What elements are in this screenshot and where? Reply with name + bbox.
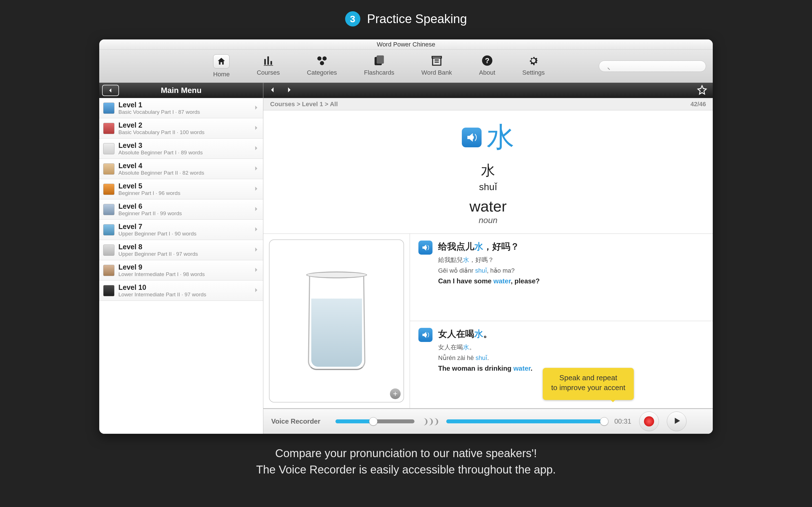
sidebar-item-level-5[interactable]: Level 5Beginner Part I · 96 words [99, 179, 263, 200]
card-counter: 42/46 [691, 101, 706, 108]
svg-text:?: ? [485, 57, 490, 64]
water-glass-illustration [308, 273, 365, 369]
footer-line1: Compare your pronunciation to our native… [0, 445, 812, 461]
sentence-english: The woman is drinking water. [438, 364, 532, 372]
chevron-right-icon [253, 125, 259, 132]
sidebar-item-level-4[interactable]: Level 4Absolute Beginner Part II · 82 wo… [99, 159, 263, 179]
app-window: Word Power Chinese Home Courses Categori… [99, 40, 713, 434]
level-name: Level 8 [118, 243, 249, 251]
sidebar-item-level-7[interactable]: Level 7Upper Beginner Part I · 90 words [99, 220, 263, 240]
footer-caption: Compare your pronunciation to our native… [0, 445, 812, 478]
main-panel: Courses > Level 1 > All 42/46 水 水 shuǐ w… [263, 83, 713, 434]
level-subtitle: Lower Intermediate Part I · 98 words [118, 271, 249, 277]
courses-label: Courses [257, 69, 280, 76]
record-icon [644, 416, 654, 427]
sentence-pinyin: Nǚrén zài hē shuǐ. [438, 354, 532, 362]
callout-line1: Speak and repeat [551, 373, 625, 383]
gear-icon [527, 54, 540, 67]
sidebar-item-level-3[interactable]: Level 3Absolute Beginner Part I · 89 wor… [99, 138, 263, 159]
question-icon: ? [481, 54, 493, 67]
courses-button[interactable]: Courses [257, 54, 280, 78]
image-frame: + [269, 239, 404, 402]
back-button[interactable] [102, 85, 119, 96]
sidebar-item-level-8[interactable]: Level 8Upper Beginner Part II · 97 words [99, 240, 263, 260]
about-label: About [479, 69, 495, 76]
word-native: 水 [263, 161, 713, 180]
level-name: Level 7 [118, 223, 249, 231]
chevron-right-icon [253, 105, 259, 112]
sidebar-title: Main Menu [99, 86, 263, 95]
sentence-pinyin: Gěi wǒ diǎnr shuǐ, hǎo ma? [438, 267, 540, 274]
level-thumb [103, 224, 114, 235]
level-subtitle: Absolute Beginner Part I · 89 words [118, 150, 249, 156]
level-name: Level 9 [118, 263, 249, 271]
level-list[interactable]: Level 1Basic Vocabulary Part I · 87 word… [99, 98, 263, 434]
home-label: Home [213, 71, 230, 78]
play-word-audio-button[interactable] [462, 128, 481, 147]
prev-card-button[interactable] [269, 86, 276, 95]
play-icon [672, 416, 681, 427]
image-panel: + [263, 234, 410, 408]
word-part-of-speech: noun [263, 216, 713, 225]
sidebar-item-level-9[interactable]: Level 9Lower Intermediate Part I · 98 wo… [99, 260, 263, 281]
svg-point-0 [317, 56, 321, 61]
level-thumb [103, 103, 114, 114]
sentence-simplified: 女人在喝水。 [438, 328, 532, 340]
card-navbar [263, 83, 713, 98]
play-sentence-audio-button[interactable] [418, 328, 433, 342]
level-subtitle: Upper Beginner Part II · 97 words [118, 251, 249, 257]
level-thumb [103, 143, 114, 154]
level-thumb [103, 123, 114, 134]
favorite-button[interactable] [697, 85, 707, 96]
tip-callout: Speak and repeat to improve your accent [543, 368, 634, 400]
word-english: water [263, 198, 713, 215]
svg-rect-4 [377, 55, 384, 63]
categories-label: Categories [307, 69, 337, 76]
level-subtitle: Basic Vocabulary Part II · 100 words [118, 129, 249, 135]
sentence-traditional: 女人在喝水。 [438, 343, 532, 351]
sidebar-item-level-6[interactable]: Level 6Beginner Part II · 99 words [99, 200, 263, 220]
page-banner: 3 Practice Speaking [0, 0, 812, 26]
zoom-image-button[interactable]: + [390, 388, 401, 399]
level-name: Level 10 [118, 283, 249, 291]
wordbank-button[interactable]: Word Bank [421, 54, 452, 78]
search-input[interactable] [599, 61, 706, 72]
level-name: Level 6 [118, 202, 249, 210]
level-name: Level 1 [118, 101, 249, 109]
sentence-simplified: 给我点儿水，好吗？ [438, 240, 540, 253]
banner-title: Practice Speaking [367, 12, 467, 26]
play-recording-button[interactable] [667, 411, 687, 431]
chevron-right-icon [253, 287, 259, 294]
sidebar-item-level-2[interactable]: Level 2Basic Vocabulary Part II · 100 wo… [99, 118, 263, 138]
native-audio-track[interactable] [446, 419, 604, 424]
categories-button[interactable]: Categories [307, 54, 337, 78]
voice-recorder-label: Voice Recorder [271, 417, 327, 425]
flashcards-button[interactable]: Flashcards [364, 54, 395, 78]
recorder-time: 00:31 [614, 417, 631, 425]
search-wrap [599, 61, 706, 72]
window-title: Word Power Chinese [99, 40, 713, 50]
level-subtitle: Basic Vocabulary Part I · 87 words [118, 109, 249, 115]
settings-button[interactable]: Settings [522, 54, 545, 78]
user-recording-track[interactable] [336, 419, 414, 424]
record-button[interactable] [639, 411, 659, 431]
detail-area: + 给我点儿水，好吗？給我點兒水，好嗎？Gěi wǒ diǎnr shuǐ, h… [263, 234, 713, 408]
level-thumb [103, 204, 114, 215]
sentence-english: Can I have some water, please? [438, 277, 540, 285]
home-button[interactable]: Home [213, 54, 230, 78]
breadcrumb: Courses > Level 1 > All 42/46 [263, 98, 713, 110]
play-sentence-audio-button[interactable] [418, 240, 433, 255]
flashcards-label: Flashcards [364, 69, 395, 76]
about-button[interactable]: ? About [479, 54, 495, 78]
word-character: 水 [487, 119, 514, 156]
toolbar: Home Courses Categories Flashcards Word … [99, 50, 713, 83]
level-name: Level 3 [118, 142, 249, 150]
chevron-right-icon [253, 267, 259, 274]
sidebar-item-level-10[interactable]: Level 10Lower Intermediate Part II · 97 … [99, 281, 263, 301]
level-thumb [103, 184, 114, 195]
sentence-traditional: 給我點兒水，好嗎？ [438, 256, 540, 264]
sidebar-item-level-1[interactable]: Level 1Basic Vocabulary Part I · 87 word… [99, 98, 263, 118]
level-subtitle: Lower Intermediate Part II · 97 words [118, 291, 249, 298]
word-pinyin: shuǐ [263, 181, 713, 192]
next-card-button[interactable] [285, 86, 293, 95]
